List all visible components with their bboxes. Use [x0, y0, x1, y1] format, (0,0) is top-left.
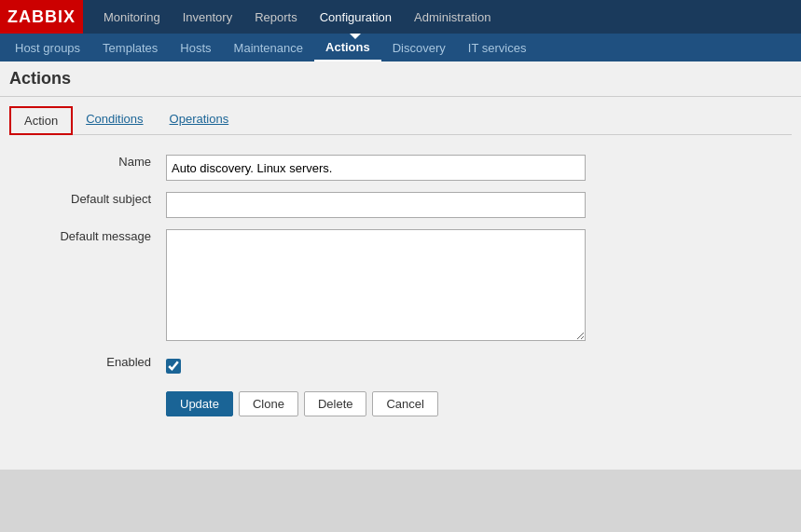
logo[interactable]: ZABBIX: [0, 0, 83, 34]
tab-operations[interactable]: Operations: [157, 106, 242, 135]
default-message-cell: [159, 224, 792, 349]
delete-button[interactable]: Delete: [304, 391, 367, 416]
default-subject-label: Default subject: [9, 186, 159, 224]
name-input[interactable]: [166, 155, 586, 181]
enabled-row: Enabled: [9, 349, 792, 382]
name-cell: [159, 149, 792, 186]
default-subject-input[interactable]: [166, 192, 586, 218]
subnav-discovery[interactable]: Discovery: [381, 34, 457, 61]
tab-bar: Action Conditions Operations: [9, 106, 792, 135]
name-row: Name: [9, 149, 792, 186]
subnav-actions[interactable]: Actions: [314, 34, 381, 61]
button-row: Update Clone Delete Cancel: [9, 382, 792, 426]
update-button[interactable]: Update: [166, 391, 233, 416]
tab-action[interactable]: Action: [9, 106, 73, 135]
page-header: Actions: [0, 61, 801, 97]
subnav-host-groups[interactable]: Host groups: [4, 34, 91, 61]
action-form: Name Default subject Default message Ena…: [9, 149, 792, 382]
enabled-checkbox[interactable]: [166, 359, 181, 374]
default-message-label: Default message: [9, 224, 159, 349]
clone-button[interactable]: Clone: [239, 391, 298, 416]
main-content: Action Conditions Operations Name Defaul…: [0, 97, 801, 470]
sub-navigation: Host groups Templates Hosts Maintenance …: [0, 34, 801, 61]
nav-administration[interactable]: Administration: [403, 0, 502, 34]
nav-reports[interactable]: Reports: [243, 0, 309, 34]
subnav-it-services[interactable]: IT services: [457, 34, 538, 61]
enabled-label: Enabled: [9, 349, 159, 382]
default-message-row: Default message: [9, 224, 792, 349]
default-subject-row: Default subject: [9, 186, 792, 224]
subnav-hosts[interactable]: Hosts: [169, 34, 222, 61]
nav-monitoring[interactable]: Monitoring: [92, 0, 172, 34]
nav-inventory[interactable]: Inventory: [172, 0, 243, 34]
page-title: Actions: [9, 69, 71, 88]
nav-configuration[interactable]: Configuration: [309, 0, 403, 34]
top-navigation: ZABBIX Monitoring Inventory Reports Conf…: [0, 0, 801, 34]
tab-conditions[interactable]: Conditions: [73, 106, 156, 135]
default-subject-cell: [159, 186, 792, 224]
default-message-textarea[interactable]: [166, 229, 586, 341]
enabled-cell: [159, 349, 792, 382]
cancel-button[interactable]: Cancel: [372, 391, 437, 416]
subnav-maintenance[interactable]: Maintenance: [223, 34, 314, 61]
subnav-templates[interactable]: Templates: [91, 34, 169, 61]
name-label: Name: [9, 149, 159, 186]
logo-text: ZABBIX: [7, 7, 76, 27]
